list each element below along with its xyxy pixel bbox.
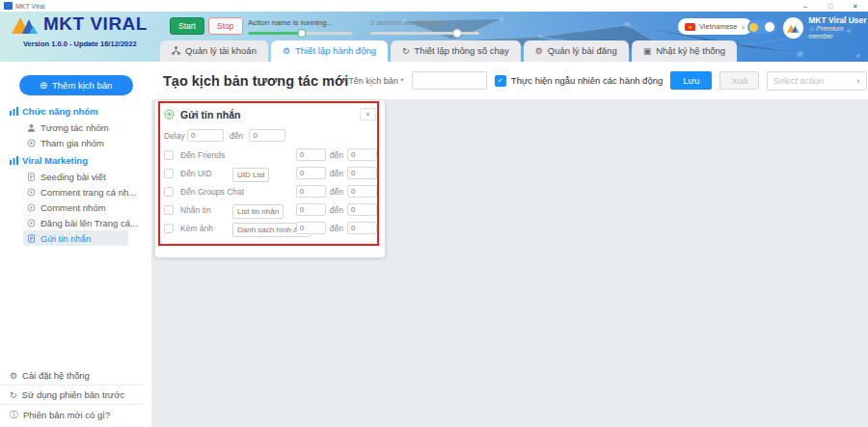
card-handle-icon[interactable] — [164, 109, 175, 120]
sidebar-footer: ⚙Cài đặt hệ thống↻Sử dụng phiên bản trướ… — [0, 366, 143, 425]
info-icon: ⓘ — [10, 409, 18, 421]
sidebar-item-gui-tin-nhan[interactable]: Gửi tin nhắn — [23, 230, 128, 246]
stop-button[interactable]: Stop — [208, 17, 243, 35]
tab-run-parameters[interactable]: ↻Thiết lập thông số chạy — [391, 40, 521, 62]
play-circle-icon — [27, 219, 36, 227]
progress-knob[interactable] — [298, 29, 307, 38]
gear-icon: ⚙ — [535, 46, 543, 56]
checkbox-box[interactable]: ✓ — [495, 75, 506, 87]
range-separator: đến — [330, 224, 343, 233]
start-button[interactable]: Start — [170, 17, 204, 35]
row-den-uid-to-input[interactable] — [347, 167, 377, 179]
row-kem-anh-checkbox[interactable] — [164, 224, 174, 233]
row-den-friends-to-input[interactable] — [347, 148, 377, 161]
accounts-icon — [172, 46, 180, 55]
row-kem-anh-from-input[interactable] — [296, 222, 326, 234]
user-profile[interactable]: MKT Viral User ☆ Premium member — [783, 15, 868, 40]
random-actions-checkbox[interactable]: ✓ Thực hiện ngẫu nhiên các hành động — [495, 75, 663, 87]
row-den-groups-chat-to-input[interactable] — [347, 185, 377, 198]
target-icon — [27, 139, 36, 147]
row-den-uid-checkbox[interactable] — [164, 169, 174, 178]
row-den-uid-from-input[interactable] — [296, 167, 326, 179]
range-separator: đến — [330, 169, 343, 178]
user-name: MKT Viral User — [808, 15, 868, 25]
language-selector[interactable]: ★ Vietnamese ∨ — [678, 18, 752, 35]
star-icon: ☆ — [808, 25, 814, 32]
sidebar-item-label: Seeding bài viết — [41, 172, 106, 182]
delay-from-input[interactable] — [187, 129, 224, 142]
row-nhan-tin-from-input[interactable] — [296, 203, 326, 216]
bar-chart-icon — [10, 156, 18, 165]
select-action-dropdown[interactable]: Select action ∨ — [767, 71, 867, 91]
scenario-name-input[interactable] — [412, 71, 487, 90]
sidebar-item-comment-nhom[interactable]: Comment nhóm — [23, 200, 128, 215]
card-title: Gửi tin nhắn — [180, 109, 240, 120]
delete-button[interactable]: Xoá — [719, 71, 759, 90]
tab-post-management[interactable]: ⚙Quản lý bài đăng — [524, 40, 629, 62]
refresh-icon: ↻ — [10, 390, 17, 400]
row-label: Đến Groups Chat — [180, 187, 232, 197]
user-badge: ☆ Premium member — [808, 25, 868, 40]
save-button[interactable]: Lưu — [670, 71, 712, 90]
card-close-button[interactable]: ✕ — [360, 108, 376, 120]
row-den-groups-chat-from-input[interactable] — [296, 185, 326, 198]
running-progress-slider[interactable] — [248, 32, 352, 35]
maximize-icon[interactable]: □ — [818, 1, 843, 12]
sidebar-item-seeding-bai-viet[interactable]: Seeding bài viết — [23, 169, 128, 184]
app-icon — [4, 2, 13, 10]
progress-fill — [248, 32, 302, 35]
row-den-friends-checkbox[interactable] — [164, 150, 174, 160]
sidebar-item-dang-bai-len-trang[interactable]: Đăng bài lên Trang cá... — [23, 215, 128, 230]
delay-to-input[interactable] — [249, 129, 285, 142]
play-circle-icon — [27, 188, 36, 197]
row-nhan-tin-checkbox[interactable] — [164, 205, 174, 215]
footer-system-settings[interactable]: ⚙Cài đặt hệ thống — [0, 366, 143, 386]
scenario-name-label: Tên kịch bản * — [348, 76, 404, 86]
message-list-button[interactable]: List tin nhắn — [232, 204, 284, 219]
chevron-down-icon: ∨ — [741, 23, 745, 30]
select-action-placeholder: Select action — [773, 76, 824, 86]
sidebar-item-tham-gia-nhom[interactable]: Tham gia nhóm — [23, 135, 128, 150]
row-label: Nhắn tin — [180, 205, 232, 215]
pending-progress-slider[interactable] — [370, 32, 479, 35]
tab-action-setup[interactable]: ⚙Thiết lập hành động — [271, 40, 388, 62]
uid-list-button[interactable]: UID List — [232, 168, 269, 182]
tab-label: Thiết lập hành động — [295, 45, 376, 56]
progress-knob[interactable] — [453, 29, 462, 38]
footer-use-previous-version[interactable]: ↻Sử dụng phiên bản trước — [0, 386, 143, 405]
play-circle-icon — [27, 203, 36, 212]
avatar — [783, 17, 803, 39]
theme-toggle[interactable] — [747, 20, 776, 34]
tab-account-management[interactable]: Quản lý tài khoản — [160, 40, 268, 62]
gear-icon: ⚙ — [283, 46, 290, 56]
sidebar-item-comment-trang-ca-nhan[interactable]: Comment trang cá nh... — [23, 184, 128, 200]
range-separator: đến — [330, 187, 343, 197]
minimize-icon[interactable]: – — [793, 1, 818, 12]
version-label: Version 1.0.0 - Update 16/12/2022 — [23, 40, 137, 48]
logo-text: MKT VIRAL — [43, 14, 148, 34]
row-middle: Danh sách hình ảnh — [232, 219, 296, 237]
sidebar: ⊕ Thêm kịch bản Chức năng nhómTương tác … — [0, 62, 151, 427]
add-scenario-button[interactable]: ⊕ Thêm kịch bản — [19, 75, 133, 95]
chevron-down-icon: ∨ — [856, 77, 860, 84]
language-label: Vietnamese — [699, 22, 737, 31]
sidebar-item-label: Tương tác nhóm — [41, 122, 109, 133]
sidebar-item-tuong-tac-nhom[interactable]: Tương tác nhóm — [23, 120, 128, 135]
row-den-friends-from-input[interactable] — [296, 148, 326, 161]
row-kem-anh-to-input[interactable] — [347, 222, 377, 234]
tab-system-log[interactable]: ▣Nhật ký hệ thống — [632, 40, 737, 62]
running-action-progress: Action name is running... — [248, 18, 352, 35]
footer-item-label: Sử dụng phiên bản trước — [22, 389, 125, 400]
footer-whats-new[interactable]: ⓘPhiên bản mới có gì? — [0, 405, 143, 425]
sidebar-group-viral-marketing: Viral Marketing — [0, 150, 151, 169]
row-nhan-tin-to-input[interactable] — [347, 203, 377, 216]
close-icon[interactable]: ✕ — [843, 1, 868, 12]
row-kem-anh: Kèm ảnhDanh sách hình ảnhđến — [155, 219, 385, 237]
bar-chart-icon — [10, 107, 18, 116]
main-content: Tạo kịch bản tương tác mới Tên kịch bản … — [151, 62, 868, 427]
tab-label: Thiết lập thông số chạy — [415, 45, 509, 56]
row-den-groups-chat-checkbox[interactable] — [164, 187, 174, 197]
sidebar-group-label: Chức năng nhóm — [22, 106, 98, 117]
sidebar-group-chuc-nang-nhom: Chức năng nhóm — [0, 101, 151, 120]
random-actions-label: Thực hiện ngẫu nhiên các hành động — [511, 75, 663, 86]
